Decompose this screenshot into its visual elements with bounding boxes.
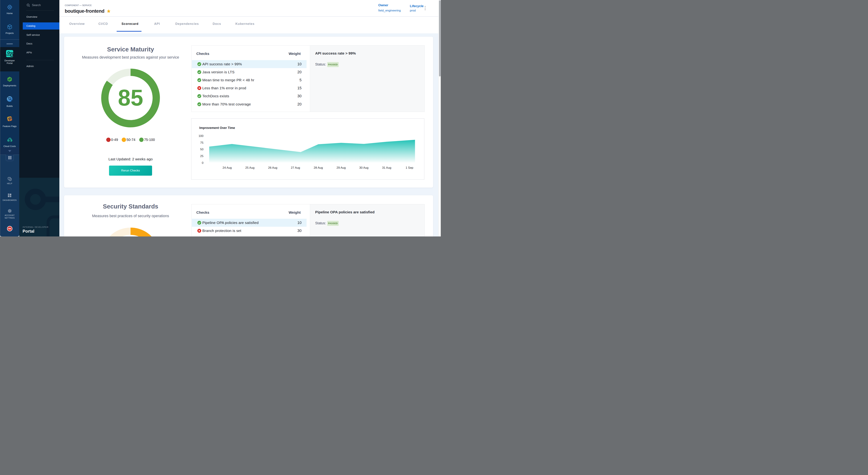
svg-text:$: $ — [8, 138, 11, 143]
svg-text:∞: ∞ — [7, 77, 12, 82]
svg-text:?: ? — [9, 177, 10, 179]
